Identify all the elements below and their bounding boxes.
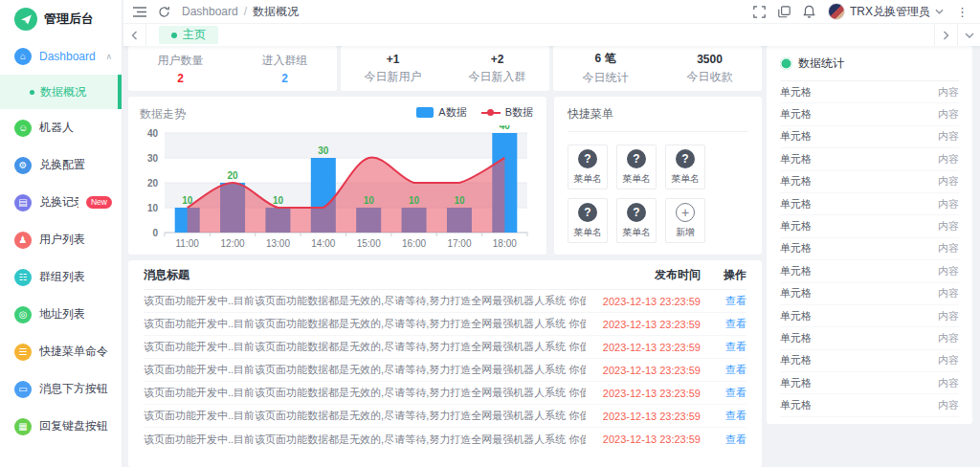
quick-menu-tile[interactable]: ? 菜单名 xyxy=(616,145,657,189)
panel-cell-label: 单元格 xyxy=(780,129,812,144)
view-link[interactable]: 查看 xyxy=(701,409,746,423)
sidebar-item[interactable]: ♟ 用户列表 xyxy=(0,221,122,258)
tabs-dropdown-icon[interactable] xyxy=(957,24,980,46)
view-link[interactable]: 查看 xyxy=(701,386,746,400)
panel-cell-value: 内容 xyxy=(938,398,959,412)
table-row: 该页面功能开发中..目前该页面功能数据都是无效的,尽请等待,努力打造全网最强机器… xyxy=(144,290,746,313)
message-title: 该页面功能开发中..目前该页面功能数据都是无效的,尽请等待,努力打造全网最强机器… xyxy=(144,317,586,331)
user-avatar[interactable] xyxy=(828,3,845,20)
tabs-scroll-right-icon[interactable] xyxy=(934,24,957,46)
user-name: TRX兑换管理员 xyxy=(850,4,930,20)
sidebar-item[interactable]: ▤ 兑换记录 New xyxy=(0,184,122,221)
breadcrumb-parent[interactable]: Dashboard xyxy=(182,5,238,18)
view-link[interactable]: 查看 xyxy=(701,363,746,377)
quick-menu-tile[interactable]: ? 菜单名 xyxy=(665,145,705,189)
panel-cell-value: 内容 xyxy=(938,376,959,390)
stat-bottom: 今日新入群 xyxy=(469,69,526,85)
svg-text:0: 0 xyxy=(152,228,158,238)
quick-menu-card: 快捷菜单 ? 菜单名 ? 菜单名 ? 菜单名 ? xyxy=(554,97,762,255)
legend-marker-icon xyxy=(416,107,434,118)
quick-menu-tile[interactable]: ? 菜单名 xyxy=(568,145,608,189)
quick-menu-label: 菜单名 xyxy=(671,172,700,186)
documents-icon[interactable] xyxy=(778,6,791,18)
fullscreen-icon[interactable] xyxy=(753,6,766,18)
refresh-icon[interactable] xyxy=(158,6,170,18)
quick-menu-grid: ? 菜单名 ? 菜单名 ? 菜单名 ? 菜单名 ? xyxy=(568,132,748,243)
view-link[interactable]: 查看 xyxy=(701,294,746,308)
stat-item: 用户数量 2 xyxy=(128,46,233,91)
bell-icon[interactable] xyxy=(803,5,815,18)
sidebar-item[interactable]: ☺ 机器人 xyxy=(0,109,122,146)
publish-time: 2023-12-13 23:23:59 xyxy=(586,365,701,376)
table-row: 该页面功能开发中..目前该页面功能数据都是无效的,尽请等待,努力打造全网最强机器… xyxy=(144,336,746,359)
panel-cell-value: 内容 xyxy=(938,286,959,300)
panel-cell-value: 内容 xyxy=(938,264,959,278)
sidebar-item[interactable]: ⚙ 兑换配置 xyxy=(0,146,122,184)
stat-top: +1 xyxy=(387,53,400,66)
panel-row: 单元格 内容 xyxy=(780,81,959,103)
publish-time: 2023-12-13 23:23:59 xyxy=(586,388,701,399)
stat-item: +1 今日新用户 xyxy=(341,46,445,91)
tabs-scroll-left-icon[interactable] xyxy=(123,24,146,46)
tab-home[interactable]: 主页 xyxy=(159,26,218,44)
quick-menu-icon: ? xyxy=(578,149,597,168)
panel-cell-value: 内容 xyxy=(938,197,959,211)
quick-menu-tile[interactable]: ? 菜单名 xyxy=(568,198,608,243)
sidebar-item[interactable]: ☷ 群组列表 xyxy=(0,258,122,296)
svg-text:40: 40 xyxy=(147,128,159,139)
panel-cell-label: 单元格 xyxy=(780,241,812,256)
chevron-up-icon: ∧ xyxy=(105,52,112,61)
svg-text:30: 30 xyxy=(147,153,159,164)
message-title: 该页面功能开发中..目前该页面功能数据都是无效的,尽请等待,努力打造全网最强机器… xyxy=(144,363,586,377)
view-link[interactable]: 查看 xyxy=(701,317,746,331)
panel-cell-value: 内容 xyxy=(938,331,959,345)
legend-item[interactable]: B数据 xyxy=(481,105,533,120)
sidebar-item[interactable]: ▦ 回复键盘按钮 xyxy=(0,408,122,445)
quick-menu-icon: + xyxy=(676,203,695,222)
panel-row: 单元格 内容 xyxy=(780,126,959,148)
legend-item[interactable]: A数据 xyxy=(416,105,466,120)
panel-cell-label: 单元格 xyxy=(780,376,812,390)
stat-card-today-orders: 6 笔 今日统计 3500 今日收款 xyxy=(553,46,762,91)
message-title: 该页面功能开发中..目前该页面功能数据都是无效的,尽请等待,努力打造全网最强机器… xyxy=(144,409,586,423)
sidebar-item-icon: ♟ xyxy=(14,232,32,249)
sidebar-item[interactable]: ☰ 快捷菜单命令 xyxy=(0,333,122,370)
quick-menu-icon: ? xyxy=(578,203,597,222)
table-row: 该页面功能开发中..目前该页面功能数据都是无效的,尽请等待,努力打造全网最强机器… xyxy=(144,428,746,451)
quick-menu-tile[interactable]: + 新增 xyxy=(665,198,705,243)
panel-row: 单元格 内容 xyxy=(780,103,959,125)
panel-cell-label: 单元格 xyxy=(780,353,812,367)
quick-menu-icon: ? xyxy=(676,149,695,168)
header-publish-time: 发布时间 xyxy=(586,267,701,283)
view-link[interactable]: 查看 xyxy=(701,433,746,447)
publish-time: 2023-12-13 23:23:59 xyxy=(586,411,701,422)
view-link[interactable]: 查看 xyxy=(701,340,746,354)
kebab-menu-icon[interactable]: ⋮ xyxy=(956,5,969,19)
panel-header: 数据统计 xyxy=(780,56,959,81)
quick-menu-label: 菜单名 xyxy=(573,226,602,239)
new-badge: New xyxy=(86,196,112,209)
sidebar-item-label: 消息下方按钮 xyxy=(39,381,108,397)
stat-item: 进入群组 2 xyxy=(233,46,337,91)
sidebar-item-label: 用户列表 xyxy=(39,232,85,248)
stat-card-today-new: +1 今日新用户 +2 今日新入群 xyxy=(341,46,549,91)
sidebar-item[interactable]: ▭ 消息下方按钮 xyxy=(0,370,122,408)
svg-text:40: 40 xyxy=(500,125,511,131)
sidebar-item-dashboard[interactable]: ⌂ Dashboard ∧ xyxy=(0,37,122,75)
sidebar-subitem-data-overview[interactable]: 数据概况 xyxy=(0,75,122,109)
quick-menu-icon: ? xyxy=(627,149,646,168)
collapse-menu-icon[interactable] xyxy=(133,7,146,17)
quick-menu-tile[interactable]: ? 菜单名 xyxy=(616,198,657,243)
panel-row: 单元格 内容 xyxy=(780,394,959,416)
stats-row: 用户数量 2 进入群组 2 +1 今日新用户 +2 今日新入群 xyxy=(128,46,762,91)
topbar: Dashboard / 数据概况 TRX兑换管理员 ⋮ xyxy=(123,0,980,23)
sidebar-item[interactable]: ◎ 地址列表 xyxy=(0,296,122,333)
breadcrumb-current: 数据概况 xyxy=(253,4,299,20)
panel-cell-value: 内容 xyxy=(938,219,959,234)
user-menu[interactable]: TRX兑换管理员 xyxy=(828,3,944,20)
panel-cell-label: 单元格 xyxy=(780,85,812,100)
publish-time: 2023-12-13 23:23:59 xyxy=(586,319,701,330)
svg-text:10: 10 xyxy=(454,195,465,206)
table-header-row: 消息标题 发布时间 操作 xyxy=(144,260,746,290)
stat-top: 6 笔 xyxy=(594,51,615,67)
